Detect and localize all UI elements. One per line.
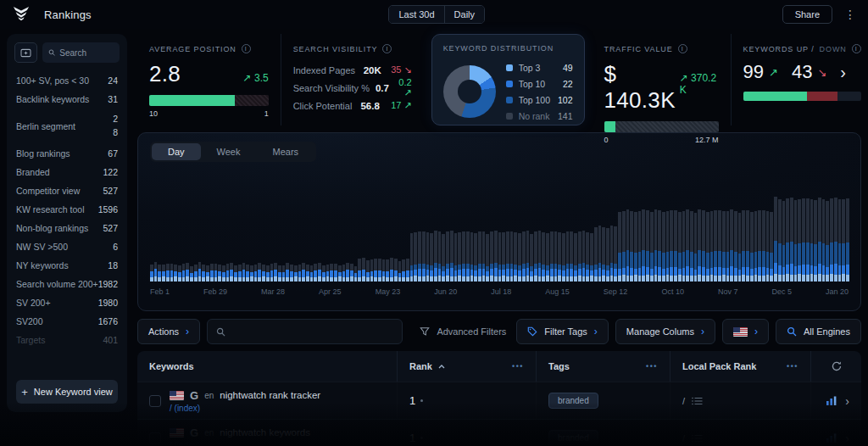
keyword-url-link[interactable]: / (index) [170,404,320,413]
column-menu-icon[interactable]: ••• [512,362,524,371]
share-button[interactable]: Share [782,5,832,24]
keyword-search-input[interactable] [232,326,393,337]
bar-segment-top-3 [818,274,821,282]
bar-segment-no-rank [310,265,314,272]
chevron-right-icon[interactable]: › [845,394,849,408]
column-header-tags[interactable]: Tags••• [536,351,670,382]
search-visibility-card: Search Visibility i Indexed Pages20K35 ↘… [281,34,424,125]
bar-segment-top-3 [258,277,261,282]
mini-chart-icon[interactable] [826,396,837,405]
kebab-menu-icon[interactable]: ⋮ [844,8,856,20]
chart-bar [198,262,202,282]
bar-segment-no-rank [302,263,305,270]
column-header-keywords[interactable]: Keywords [137,351,397,382]
sidebar-item[interactable]: 100+ SV, pos < 3024 [7,71,127,90]
advanced-filters-button[interactable]: Advanced Filters [416,326,509,337]
column-header-rank[interactable]: Rank••• [397,351,536,382]
column-header-local-pack-rank[interactable]: Local Pack Rank••• [670,351,810,382]
bar-segment-no-rank [362,258,365,270]
bar-segment-top-10 [422,269,426,276]
tab-mears[interactable]: Mears [256,143,314,160]
chevron-right-icon[interactable]: › [845,432,849,445]
bar-segment-no-rank [566,231,570,264]
bar-segment-no-rank [642,209,645,250]
column-menu-icon[interactable]: ••• [787,362,798,371]
bar-segment-top-3 [526,276,530,282]
chart-bar [462,231,465,282]
bar-segment-top-10 [770,269,773,276]
sidebar-item[interactable]: Branded122 [7,163,127,181]
interval-daily-button[interactable]: Daily [444,6,484,23]
tag-chip[interactable]: branded [548,393,598,409]
bar-segment-no-rank [198,262,202,269]
bar-segment-top-100 [774,241,777,263]
sidebar-item[interactable]: SV 200+1980 [7,293,127,312]
chart-bar [386,259,389,282]
column-menu-icon[interactable]: ••• [646,362,658,371]
bar-segment-top-100 [622,252,626,268]
sidebar-item[interactable]: Search volume 200+1982 [7,275,127,293]
manage-columns-button[interactable]: Manage Colums › [615,319,715,344]
bar-segment-top-3 [510,276,514,282]
sidebar-search-input[interactable] [59,48,114,58]
bar-segment-no-rank [646,210,649,251]
tab-day[interactable]: Day [152,143,201,160]
list-icon[interactable] [692,397,703,405]
chart-bar [426,232,430,282]
sidebar-item-count: 6 [113,242,118,252]
sidebar-item[interactable]: KW research tool1596 [7,200,127,219]
sidebar-item[interactable]: Blog rankings67 [7,144,127,163]
list-icon[interactable] [692,434,703,443]
bar-segment-top-100 [846,243,849,265]
actions-button[interactable]: Actions › [137,319,200,344]
bar-segment-top-3 [478,276,481,282]
info-icon[interactable]: i [382,44,392,53]
mini-chart-icon[interactable] [826,433,837,443]
bar-segment-top-3 [686,276,689,282]
new-keyword-view-button[interactable]: + New Keyword view [16,380,118,404]
keyword-search[interactable] [207,319,403,344]
bar-segment-no-rank [450,231,453,263]
sidebar-item[interactable]: Berlin segment28 [7,109,127,144]
info-icon[interactable]: i [852,44,861,53]
sidebar-item[interactable]: Backlink keywords31 [7,90,127,109]
bar-segment-no-rank [170,264,174,270]
keyword-url-link[interactable]: / (index) [170,441,310,446]
keywords-up-fill [743,92,807,101]
sidebar-item[interactable]: Targets401 [7,331,127,349]
bar-segment-top-3 [206,276,209,282]
bar-segment-top-100 [730,250,733,266]
sidebar-item[interactable]: Non-blog rankings527 [7,219,127,237]
chart-bar [786,198,789,282]
bar-segment-no-rank [582,231,586,263]
bar-segment-top-10 [246,271,249,277]
bar-segment-top-3 [506,276,509,282]
info-icon[interactable]: i [678,44,687,53]
tag-chip[interactable]: branded [548,430,598,446]
new-group-button[interactable] [14,42,37,63]
sidebar-item[interactable]: NW SV >5006 [7,237,127,256]
bar-segment-no-rank [574,233,577,265]
bar-segment-no-rank [534,231,537,264]
row-checkbox[interactable] [149,432,161,444]
range-last-30d-button[interactable]: Last 30d [389,6,443,23]
nightwatch-owl-logo-icon[interactable] [12,6,31,23]
tab-week[interactable]: Week [201,143,257,160]
table-row[interactable]: Gennightwatch keywords/ (index)1branded/… [137,420,861,446]
expand-chevron-icon[interactable]: › [840,63,846,82]
sidebar-item[interactable]: Competitor view527 [7,181,127,200]
filter-tags-button[interactable]: Filter Tags › [516,319,609,344]
sidebar-search[interactable] [42,42,120,63]
locale-flag-button[interactable]: › [722,319,769,344]
legend-label: Top 100 [519,95,552,105]
sidebar-item[interactable]: NY keywords18 [7,256,127,275]
refresh-button[interactable] [810,351,861,382]
row-checkbox[interactable] [149,395,161,407]
info-icon[interactable]: i [242,44,251,53]
all-engines-button[interactable]: All Engines [776,319,861,344]
bar-segment-top-3 [650,276,654,282]
sidebar-item[interactable]: SV2001676 [7,312,127,331]
bar-segment-top-10 [502,270,505,276]
chart-bar [238,265,242,282]
table-row[interactable]: Gennightwatch rank tracker/ (index)1bran… [137,382,861,420]
